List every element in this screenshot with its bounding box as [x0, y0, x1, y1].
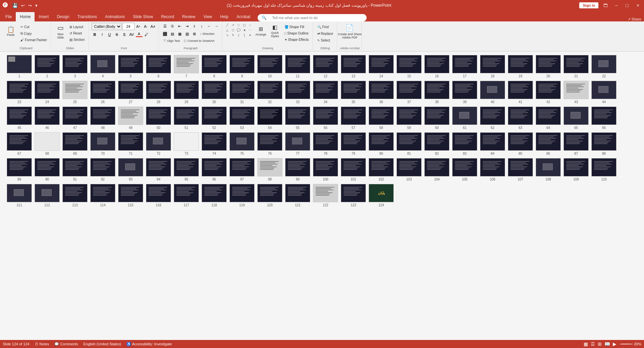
list-item[interactable]: 110	[591, 158, 616, 181]
list-item[interactable]: 101	[341, 158, 366, 181]
list-item[interactable]: 3	[62, 55, 88, 78]
list-item[interactable]: 27	[118, 81, 143, 104]
circle-shape[interactable]: ○	[248, 23, 253, 27]
tab-slideshow[interactable]: Slide Show	[129, 12, 157, 21]
list-item[interactable]: 46	[35, 107, 60, 130]
list-item[interactable]: 30	[202, 81, 227, 104]
list-item[interactable]: 63	[508, 107, 533, 130]
redo-button[interactable]: ↪	[27, 2, 33, 9]
list-item[interactable]: 35	[341, 81, 366, 104]
list-item[interactable]: 50	[146, 107, 171, 130]
list-item[interactable]: 83	[452, 132, 477, 155]
list-item[interactable]: 88	[591, 132, 616, 155]
reading-view-button[interactable]: 📖	[604, 341, 610, 347]
list-item[interactable]: 37	[396, 81, 422, 104]
tab-file[interactable]: File	[1, 12, 16, 21]
list-item[interactable]: 33	[285, 81, 310, 104]
list-item[interactable]: 41	[508, 81, 533, 104]
slideshow-button[interactable]: ▶	[613, 341, 616, 347]
list-item[interactable]: 112	[35, 184, 60, 207]
list-item[interactable]: 31	[229, 81, 255, 104]
italic-button[interactable]: I	[99, 31, 106, 38]
reset-button[interactable]: ↺ Reset	[68, 30, 86, 36]
list-item[interactable]: 12	[313, 55, 338, 78]
rtl-direction-button[interactable]: ←	[206, 23, 213, 29]
list-item[interactable]: 55	[285, 107, 310, 130]
tab-help[interactable]: Help	[216, 12, 232, 21]
list-item[interactable]: 59	[396, 107, 422, 130]
line-spacing-button[interactable]: ↕	[199, 23, 205, 29]
list-item[interactable]: 103	[396, 158, 422, 181]
list-item[interactable]: 1	[7, 55, 32, 78]
increase-font-button[interactable]: A+	[135, 23, 142, 30]
cut-button[interactable]: ✂ Cut	[19, 24, 49, 30]
columns-button[interactable]: ⫴	[191, 23, 198, 29]
list-item[interactable]: 73	[174, 132, 199, 155]
list-item[interactable]: 70	[90, 132, 115, 155]
decrease-indent-button[interactable]: ⇤	[176, 23, 183, 29]
list-item[interactable]: 20	[536, 55, 561, 78]
font-family-select[interactable]: Calibri (Body)	[92, 23, 122, 30]
list-item[interactable]: 2	[35, 55, 60, 78]
tab-record[interactable]: Record	[157, 12, 178, 21]
list-item[interactable]: 99	[285, 158, 310, 181]
list-item[interactable]: 106	[480, 158, 505, 181]
list-item[interactable]: 42	[536, 81, 561, 104]
list-item[interactable]: 86	[536, 132, 561, 155]
list-item[interactable]: 90	[35, 158, 60, 181]
list-item[interactable]: 13	[341, 55, 366, 78]
tab-view[interactable]: View	[199, 12, 216, 21]
align-right-button[interactable]: ▦	[176, 30, 183, 37]
slides-panel[interactable]: 1234567891011121314151617181920212223242…	[0, 52, 644, 340]
bullets-button[interactable]: ☰	[162, 23, 168, 29]
decrease-font-button[interactable]: A-	[143, 23, 149, 30]
list-item[interactable]: 87	[564, 132, 589, 155]
list-item[interactable]: 24	[35, 81, 60, 104]
arrange-button[interactable]: ⊞ Arrange	[255, 23, 267, 39]
character-spacing-button[interactable]: AV	[128, 31, 135, 38]
sign-in-button[interactable]: Sign in	[579, 2, 598, 8]
list-item[interactable]: 43	[564, 81, 589, 104]
search-input[interactable]	[269, 15, 363, 20]
list-item[interactable]: 11	[285, 55, 310, 78]
list-item[interactable]: 10	[257, 55, 282, 78]
list-item[interactable]: 115	[118, 184, 143, 207]
list-item[interactable]: 6	[146, 55, 171, 78]
list-item[interactable]: 91	[62, 158, 88, 181]
line-shape[interactable]: ╱	[225, 23, 230, 27]
tab-home[interactable]: Home	[16, 12, 35, 21]
list-item[interactable]: 38	[424, 81, 449, 104]
tab-design[interactable]: Design	[53, 12, 73, 21]
list-item[interactable]: 75	[229, 132, 255, 155]
list-item[interactable]: 26	[90, 81, 115, 104]
list-item[interactable]: 34	[313, 81, 338, 104]
list-item[interactable]: 77	[285, 132, 310, 155]
find-button[interactable]: 🔍 Find	[316, 24, 330, 30]
tab-review[interactable]: Review	[178, 12, 199, 21]
list-item[interactable]: 82	[424, 132, 449, 155]
list-item[interactable]: 17	[452, 55, 477, 78]
close-button[interactable]: ×	[635, 2, 641, 9]
tab-transitions[interactable]: Transitions	[73, 12, 101, 21]
list-item[interactable]: 29	[174, 81, 199, 104]
numbering-button[interactable]: ①	[169, 23, 176, 29]
slide-sorter-button[interactable]: ⊞	[598, 341, 602, 347]
list-item[interactable]: 39	[452, 81, 477, 104]
list-item[interactable]: 19	[508, 55, 533, 78]
align-center-button[interactable]: ▤	[169, 30, 176, 37]
list-item[interactable]: 28	[146, 81, 171, 104]
list-item[interactable]: 97	[229, 158, 255, 181]
list-item[interactable]: 58	[369, 107, 394, 130]
paste-button[interactable]: 📋 Paste	[3, 23, 18, 40]
list-item[interactable]: 76	[257, 132, 282, 155]
list-item[interactable]: 102	[369, 158, 394, 181]
list-item[interactable]: 109	[564, 158, 589, 181]
shape-effects-button[interactable]: ✦ Shape Effects	[283, 37, 311, 43]
list-item[interactable]: 122	[313, 184, 338, 207]
list-item[interactable]: 62	[480, 107, 505, 130]
notes-button[interactable]: 🗒 Notes	[35, 342, 49, 346]
list-item[interactable]: 105	[452, 158, 477, 181]
list-item[interactable]: 84	[480, 132, 505, 155]
bracket-shape[interactable]: [	[242, 33, 247, 38]
list-item[interactable]: 93	[118, 158, 143, 181]
